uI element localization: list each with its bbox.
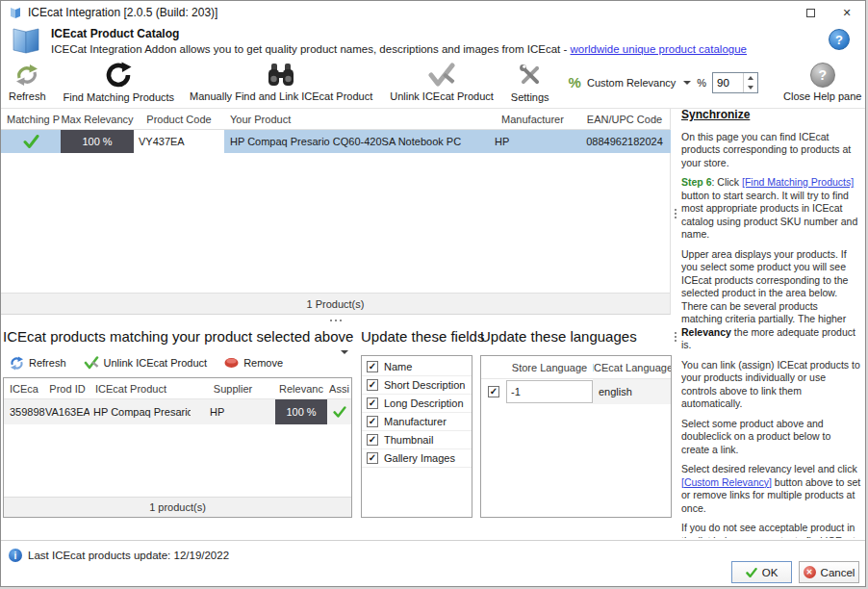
refresh-button[interactable]: Refresh [1,57,54,108]
icecat-product-cell: HP Compaq Presario [89,399,191,424]
field-label: Gallery Images [384,452,455,464]
maximize-button[interactable] [792,1,829,24]
column-header[interactable]: Product Code [134,109,224,129]
check-icon: ✓ [369,398,376,408]
help-heading: Synchronize [681,109,861,122]
settings-button[interactable]: Settings [503,57,557,108]
field-checkbox-row[interactable]: ✓ Name [362,358,472,376]
products-grid-header: Matching P Max Relevancy Product Code Yo… [1,109,670,130]
title-bar: ICEcat Integration [2.0.5 (Build: 203)] … [1,1,865,24]
help-pane: Synchronize On this page you can find IC… [681,109,861,538]
matching-refresh-button[interactable]: Refresh [3,353,73,373]
close-help-pane-button[interactable]: ? Close Help pane [776,57,866,108]
column-header[interactable]: Relevanc [275,378,327,398]
column-header[interactable]: Matching P [1,109,61,129]
column-header[interactable]: Prod ID [45,378,89,398]
column-header[interactable]: Your Product [224,109,487,129]
matching-section: ICEcat products matching your product se… [3,328,352,518]
spin-up-button[interactable] [744,73,757,83]
cancel-button[interactable]: ✕ Cancel [799,561,859,583]
custom-relevancy-button[interactable]: Custom Relevancy [587,77,676,89]
checkbox-checked[interactable]: ✓ [367,434,378,446]
relevancy-spinner [712,72,758,93]
find-matching-products-link[interactable]: [Find Matching Products] [742,176,854,188]
checkbox-checked[interactable]: ✓ [367,361,378,372]
check-icon: ✓ [369,362,376,371]
catalog-link[interactable]: worldwide unique product catalogue [571,43,747,55]
column-header[interactable]: Assi [327,378,351,398]
bottom-bar: i Last ICEcat products update: 12/19/202… [1,540,865,587]
app-window: ICEcat Integration [2.0.5 (Build: 203)] … [0,0,866,587]
custom-relevancy-link[interactable]: [Custom Relevancy] [681,476,772,488]
maximize-icon [806,9,815,17]
language-row[interactable]: ✓ -1 english [481,379,671,404]
column-header[interactable]: EAN/UPC Code [578,109,671,129]
field-checkbox-row[interactable]: ✓ Gallery Images [362,449,472,468]
spin-down-button[interactable] [744,83,757,92]
icecat-language-cell: english [593,379,671,404]
remove-icon [224,357,239,369]
splitter-grip [330,320,332,321]
field-label: Long Description [384,397,464,409]
product-row[interactable]: 100 % VY437EA HP Compaq Presario CQ60-42… [1,130,670,153]
help-pane-splitter[interactable] [672,109,679,538]
column-header[interactable]: Store Language [506,356,593,378]
supplier-cell: HP [191,399,275,424]
relevancy-input[interactable] [713,73,743,92]
field-label: Short Description [384,379,465,391]
field-checkbox-row[interactable]: ✓ Long Description [362,395,472,413]
ean-upc-cell: 0884962182024 [578,130,671,153]
update-fields-title: Update these fields [361,328,472,345]
column-header[interactable]: ICEcat Product [89,378,191,398]
column-header[interactable]: ICEcat Language [593,356,671,378]
last-update-text: Last ICEcat products update: 12/19/2022 [28,550,229,561]
help-paragraph: On this page you can find ICEcat product… [681,131,861,170]
manufacturer-cell: HP [487,130,578,153]
help-paragraph: You can link (assign) ICEcat products to… [681,359,861,411]
relevancy-cell: 100 % [275,399,327,424]
close-button[interactable]: ✕ [829,1,865,24]
page-title: ICEcat Product Catalog [51,27,747,40]
field-checkbox-row[interactable]: ✓ Manufacturer [362,413,472,431]
unlink-icecat-product-button[interactable]: Unlink ICEcat Product [382,57,501,108]
main-toolbar: Refresh Find Matching Products Manually … [1,57,865,109]
refresh-icon [10,356,24,371]
check-icon: ✓ [369,417,376,426]
matching-cell [1,130,61,153]
update-fields-list: ✓ Name ✓ Short Description ✓ Long Descri… [361,355,472,518]
checkbox-checked[interactable]: ✓ [367,452,378,464]
unlink-check-icon [427,63,456,88]
update-languages-panel: Update these languages Store Language IC… [480,328,672,518]
checkbox-column-header [481,356,506,378]
find-matching-products-button[interactable]: Find Matching Products [56,57,183,108]
matching-row[interactable]: 359898 VA163EA HP Compaq Presario HP 100… [4,399,351,424]
help-pane-icon: ? [810,63,835,88]
products-grid: Matching P Max Relevancy Product Code Yo… [1,109,671,315]
toolbar-overflow-chevron[interactable] [339,354,352,371]
column-header[interactable]: Manufacturer [487,109,578,129]
status-line: i Last ICEcat products update: 12/19/202… [9,549,229,562]
binoculars-icon [267,62,295,88]
percent-label: % [697,77,706,89]
checkbox-checked[interactable]: ✓ [367,379,378,391]
ok-button[interactable]: OK [731,561,792,583]
checkbox-checked[interactable]: ✓ [367,397,378,409]
checkbox-checked[interactable]: ✓ [488,386,499,397]
manually-find-link-button[interactable]: Manually Find and Link ICEcat Product [182,57,380,108]
column-header[interactable]: Supplier [191,378,275,398]
update-languages-title: Update these languages [480,328,672,345]
help-icon[interactable]: ? [829,29,850,50]
products-count-footer: 1 Product(s) [1,293,670,314]
spin-down-icon [748,86,753,90]
field-checkbox-row[interactable]: ✓ Short Description [362,376,472,395]
column-header[interactable]: ICEca [4,378,45,398]
app-icon [9,6,22,19]
horizontal-splitter[interactable] [1,315,671,326]
matching-unlink-button[interactable]: Unlink ICEcat Product [77,353,215,372]
matching-remove-button[interactable]: Remove [217,354,290,371]
page-subtitle: ICECat Integration Addon allows you to g… [51,43,571,55]
column-header[interactable]: Max Relevancy [61,109,134,129]
chevron-down-icon[interactable] [683,81,691,85]
checkbox-checked[interactable]: ✓ [367,416,378,427]
field-checkbox-row[interactable]: ✓ Thumbnail [362,431,472,449]
